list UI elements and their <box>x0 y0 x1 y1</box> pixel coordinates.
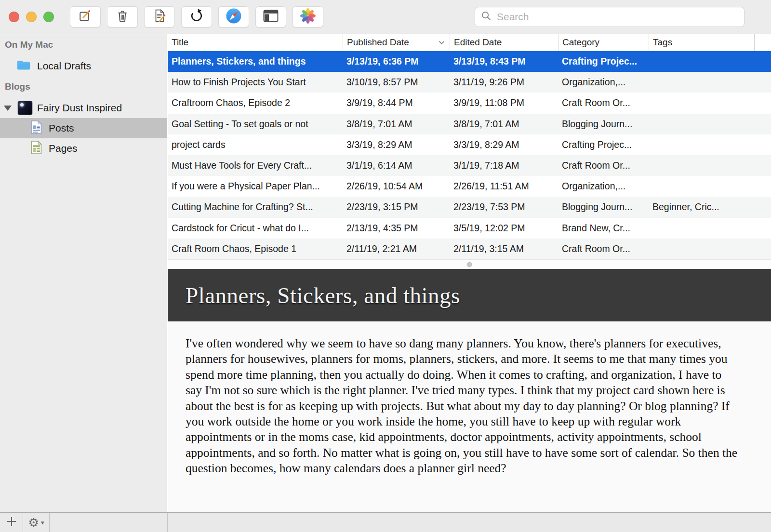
refresh-button[interactable] <box>181 6 212 27</box>
cell-category: Crafting Projec... <box>558 139 649 150</box>
column-header-label: Published Date <box>347 37 409 48</box>
cell-edited-date: 3/3/19, 8:29 AM <box>450 139 558 150</box>
action-menu-button[interactable]: ⚙ ▾ <box>23 513 50 532</box>
table-rows: Planners, Stickers, and things 3/13/19, … <box>168 51 771 259</box>
table-row[interactable]: Craft Room Chaos, Episode 1 2/11/19, 2:2… <box>168 239 771 259</box>
sidebar-item-label: Pages <box>49 143 78 154</box>
cell-category: Craft Room Or... <box>558 97 649 108</box>
sidebar-item-label: Fairy Dust Inspired <box>37 102 122 114</box>
sidebar-item-pages[interactable]: Pages <box>0 138 167 159</box>
sort-chevron-icon <box>439 40 445 45</box>
column-header-category[interactable]: Category <box>558 34 649 51</box>
table-row[interactable]: If you were a Physical Paper Plan... 2/2… <box>168 176 771 197</box>
cell-edited-date: 3/9/19, 11:08 PM <box>450 97 558 108</box>
cell-edited-date: 2/23/19, 7:53 PM <box>450 201 558 213</box>
cell-published-date: 3/8/19, 7:01 AM <box>343 119 450 130</box>
table-row[interactable]: Cardstock for Cricut - what do I... 2/13… <box>168 218 771 239</box>
cell-published-date: 3/9/19, 8:44 PM <box>343 97 450 108</box>
preview-title-bar: Planners, Stickers, and things <box>168 269 771 321</box>
search-input[interactable] <box>496 11 738 23</box>
cell-title: Goal Setting - To set goals or not <box>168 119 343 130</box>
table-row[interactable]: Must Have Tools for Every Craft... 3/1/1… <box>168 155 771 176</box>
toolbar-buttons <box>70 6 323 27</box>
preview-post-body: I've often wondered why we seem to have … <box>186 336 740 477</box>
cell-title: If you were a Physical Paper Plan... <box>168 181 343 192</box>
column-header-spacer <box>755 34 771 51</box>
cell-tags: Beginner, Cric... <box>649 201 755 213</box>
cell-published-date: 3/13/19, 6:36 PM <box>343 56 450 67</box>
cell-edited-date: 3/5/19, 12:02 PM <box>450 223 558 234</box>
cell-published-date: 2/11/19, 2:21 AM <box>343 243 450 254</box>
cell-category: Blogging Journ... <box>558 119 649 130</box>
photos-flower-icon <box>299 7 317 27</box>
blog-favicon <box>18 101 32 115</box>
view-layout-button[interactable] <box>255 6 286 27</box>
sidebar-item-label: Posts <box>49 122 74 134</box>
sidebar: On My Mac Local Drafts Blogs Fairy Dust … <box>0 34 167 512</box>
sidebar-divider <box>167 513 168 532</box>
media-browser-button[interactable] <box>292 6 323 27</box>
table-row[interactable]: Goal Setting - To set goals or not 3/8/1… <box>168 114 771 134</box>
cell-edited-date: 3/8/19, 7:01 AM <box>450 119 558 130</box>
section-header-on-my-mac: On My Mac <box>5 40 167 50</box>
table-row[interactable]: Cutting Machine for Crafting? St... 2/23… <box>168 197 771 217</box>
bottom-bar: ⚙ ▾ <box>0 512 771 532</box>
compose-button[interactable] <box>70 6 101 27</box>
cell-edited-date: 2/11/19, 3:15 AM <box>450 243 558 254</box>
cell-title: Cutting Machine for Crafting? St... <box>168 201 343 213</box>
splitter-handle[interactable] <box>467 262 472 267</box>
cell-category: Crafting Projec... <box>558 56 649 67</box>
column-header-tags[interactable]: Tags <box>649 34 755 51</box>
zoom-button[interactable] <box>43 12 54 22</box>
sidebar-item-posts[interactable]: Posts <box>0 118 167 138</box>
trash-button[interactable] <box>107 6 138 27</box>
cell-published-date: 3/1/19, 6:14 AM <box>343 160 450 171</box>
caret-down-icon: ▾ <box>41 519 44 526</box>
toolbar <box>0 0 771 34</box>
columns-layout-icon <box>263 10 279 24</box>
cell-category: Blogging Journ... <box>558 201 649 213</box>
table-row[interactable]: Planners, Stickers, and things 3/13/19, … <box>168 51 771 72</box>
cell-edited-date: 3/1/19, 7:18 AM <box>450 160 558 171</box>
cell-edited-date: 3/11/19, 9:26 PM <box>450 77 558 88</box>
posts-document-icon <box>30 120 43 136</box>
cell-published-date: 3/10/19, 8:57 PM <box>343 77 450 88</box>
column-header-title[interactable]: Title <box>168 34 343 51</box>
cell-title: Cardstock for Cricut - what do I... <box>168 223 343 234</box>
cell-published-date: 2/13/19, 4:35 PM <box>343 223 450 234</box>
document-edit-icon <box>152 9 167 25</box>
safari-compass-icon <box>225 7 242 27</box>
table-row[interactable]: project cards 3/3/19, 8:29 AM 3/3/19, 8:… <box>168 134 771 155</box>
preview-body-pane[interactable]: I've often wondered why we seem to have … <box>168 321 771 512</box>
cell-category: Craft Room Or... <box>558 160 649 171</box>
table-row[interactable]: How to Finish Projects You Start 3/10/19… <box>168 72 771 93</box>
cell-published-date: 2/26/19, 10:54 AM <box>343 181 450 192</box>
preview-post-title: Planners, Stickers, and things <box>186 282 460 308</box>
close-button[interactable] <box>9 12 19 22</box>
cell-edited-date: 3/13/19, 8:43 PM <box>450 56 558 67</box>
minimize-button[interactable] <box>26 12 37 22</box>
add-button[interactable] <box>0 513 23 532</box>
table-header: Title Published Date Edited Date Categor… <box>168 34 771 51</box>
pane-splitter[interactable] <box>168 259 771 269</box>
search-field[interactable] <box>475 7 744 27</box>
cell-published-date: 2/23/19, 3:15 PM <box>343 201 450 213</box>
pages-document-icon <box>30 140 43 157</box>
sidebar-item-local-drafts[interactable]: Local Drafts <box>0 56 167 76</box>
cell-title: Planners, Stickers, and things <box>168 56 343 67</box>
table-row[interactable]: Craftroom Chaos, Episode 2 3/9/19, 8:44 … <box>168 93 771 113</box>
disclosure-triangle-icon[interactable] <box>4 106 12 111</box>
column-header-edited-date[interactable]: Edited Date <box>450 34 558 51</box>
open-in-browser-button[interactable] <box>218 6 249 27</box>
cell-title: project cards <box>168 139 343 150</box>
edit-post-button[interactable] <box>144 6 175 27</box>
folder-icon <box>17 60 30 72</box>
cell-category: Organization,... <box>558 181 649 192</box>
cell-edited-date: 2/26/19, 11:51 AM <box>450 181 558 192</box>
cell-category: Organization,... <box>558 77 649 88</box>
search-icon <box>481 11 492 23</box>
gear-icon: ⚙ <box>28 517 39 529</box>
cell-category: Brand New, Cr... <box>558 223 649 234</box>
column-header-published-date[interactable]: Published Date <box>343 34 450 51</box>
sidebar-item-blog[interactable]: Fairy Dust Inspired <box>0 98 167 118</box>
